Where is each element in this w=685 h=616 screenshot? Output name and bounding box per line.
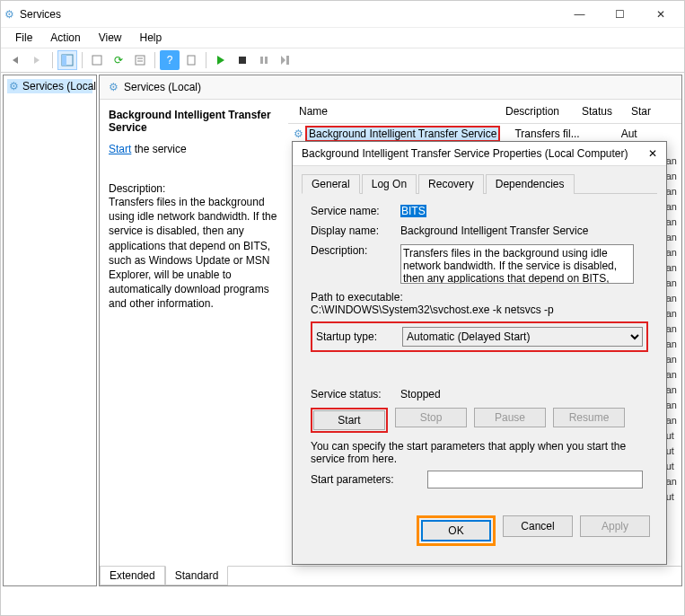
cancel-button[interactable]: Cancel [503, 515, 573, 537]
svg-rect-2 [92, 56, 101, 65]
gear-icon: ⚙ [9, 80, 19, 92]
start-link[interactable]: Start [109, 143, 131, 155]
label-service-name: Service name: [311, 205, 400, 217]
stop-button: Stop [395, 408, 467, 427]
gear-icon: ⚙ [294, 128, 303, 140]
resume-button: Resume [553, 408, 625, 427]
svg-rect-8 [260, 57, 263, 64]
menubar: File Action View Help [1, 28, 684, 48]
pause-button: Pause [474, 408, 546, 427]
clipped-startup-column: ananananananananananananananananananutut… [666, 154, 677, 505]
col-status[interactable]: Status [576, 103, 626, 119]
startup-type-select[interactable]: Automatic (Delayed Start) [402, 327, 643, 347]
detail-pane: Background Intelligent Transfer Service … [100, 100, 288, 566]
service-control-buttons: Start Stop Pause Resume [311, 408, 648, 433]
label-path: Path to executable: [311, 291, 648, 304]
tab-general[interactable]: General [302, 174, 360, 194]
svg-rect-1 [62, 55, 66, 66]
minimize-button[interactable]: — [559, 2, 600, 27]
dialog-footer: OK Cancel Apply [293, 506, 666, 555]
label-display-name: Display name: [311, 224, 400, 237]
properties-button[interactable] [130, 50, 150, 70]
content-heading-bar: ⚙ Services (Local) [100, 75, 681, 100]
selected-service-name: Background Intelligent Transfer Service [109, 109, 279, 134]
col-startup[interactable]: Star [626, 103, 653, 119]
start-button[interactable]: Start [313, 410, 385, 430]
menu-action[interactable]: Action [43, 30, 87, 46]
stop-button[interactable] [233, 50, 252, 70]
dialog-titlebar: Background Intelligent Transfer Service … [293, 142, 666, 166]
col-name[interactable]: Name [294, 103, 500, 119]
titlebar: ⚙ Services — ☐ ✕ [1, 1, 684, 28]
properties-dialog: Background Intelligent Transfer Service … [292, 141, 667, 565]
play-button[interactable] [211, 50, 231, 70]
export-button[interactable] [87, 50, 107, 70]
view-tabs: Extended Standard [100, 566, 681, 585]
tab-extended[interactable]: Extended [100, 566, 165, 585]
description-label: Description: [109, 182, 279, 195]
startup-type-row: Startup type: Automatic (Delayed Start) [311, 321, 648, 352]
value-display-name: Background Intelligent Transfer Service [400, 224, 588, 237]
menu-help[interactable]: Help [133, 30, 170, 46]
help-button[interactable]: ? [160, 50, 180, 70]
start-params-input[interactable] [427, 471, 643, 488]
dialog-title: Background Intelligent Transfer Service … [302, 147, 648, 160]
apply-button: Apply [580, 515, 650, 537]
show-hide-tree-button[interactable] [57, 50, 77, 70]
gear-icon: ⚙ [109, 81, 119, 93]
forward-button[interactable] [28, 50, 48, 70]
dialog-tabs: General Log On Recovery Dependencies [302, 173, 657, 194]
menu-file[interactable]: File [8, 30, 40, 46]
services-icon: ⚙ [4, 8, 14, 21]
window-title: Services [20, 8, 559, 21]
toolbar: ⟳ ? [1, 48, 684, 73]
value-path: C:\WINDOWS\System32\svchost.exe -k netsv… [311, 304, 648, 316]
list-header[interactable]: Name Description Status Star [288, 100, 681, 124]
export-list-button[interactable] [181, 50, 201, 70]
svg-rect-6 [188, 56, 195, 65]
menu-view[interactable]: View [92, 30, 129, 46]
description-text: Transfers files in the background using … [109, 195, 279, 312]
label-service-status: Service status: [311, 388, 400, 400]
tree-root-services[interactable]: ⚙ Services (Local) [7, 79, 92, 93]
content-heading: Services (Local) [124, 81, 201, 93]
close-button[interactable]: ✕ [640, 2, 681, 27]
tab-standard[interactable]: Standard [165, 566, 229, 585]
svg-rect-3 [136, 56, 145, 65]
col-description[interactable]: Description [500, 103, 576, 119]
tab-recovery[interactable]: Recovery [418, 174, 484, 194]
start-suffix: the service [131, 143, 186, 155]
ok-button[interactable]: OK [421, 520, 491, 541]
back-button[interactable] [6, 50, 26, 70]
tab-dependencies[interactable]: Dependencies [486, 174, 575, 194]
value-service-name[interactable]: BITS [400, 205, 426, 217]
restart-button[interactable] [276, 50, 295, 70]
tree-root-label: Services (Local) [22, 80, 97, 92]
refresh-button[interactable]: ⟳ [109, 50, 128, 70]
label-start-params: Start parameters: [311, 473, 427, 486]
pause-button[interactable] [254, 50, 274, 70]
start-params-note: You can specify the start parameters tha… [311, 440, 648, 465]
console-tree[interactable]: ⚙ Services (Local) [3, 75, 97, 586]
dialog-body: Service name: BITS Display name: Backgro… [293, 194, 666, 506]
svg-rect-10 [286, 56, 289, 65]
svg-rect-9 [265, 57, 268, 64]
value-description[interactable]: Transfers files in the background using … [400, 244, 634, 284]
row-description: Transfers fil... [514, 128, 579, 140]
value-service-status: Stopped [400, 388, 441, 400]
maximize-button[interactable]: ☐ [600, 2, 640, 27]
label-description: Description: [311, 244, 400, 257]
row-startup: Aut [621, 128, 637, 140]
dialog-close-button[interactable]: ✕ [648, 147, 657, 160]
svg-rect-7 [239, 57, 246, 64]
tab-logon[interactable]: Log On [362, 174, 417, 194]
row-name: Background Intelligent Transfer Service [305, 126, 500, 142]
label-startup-type: Startup type: [316, 330, 402, 343]
